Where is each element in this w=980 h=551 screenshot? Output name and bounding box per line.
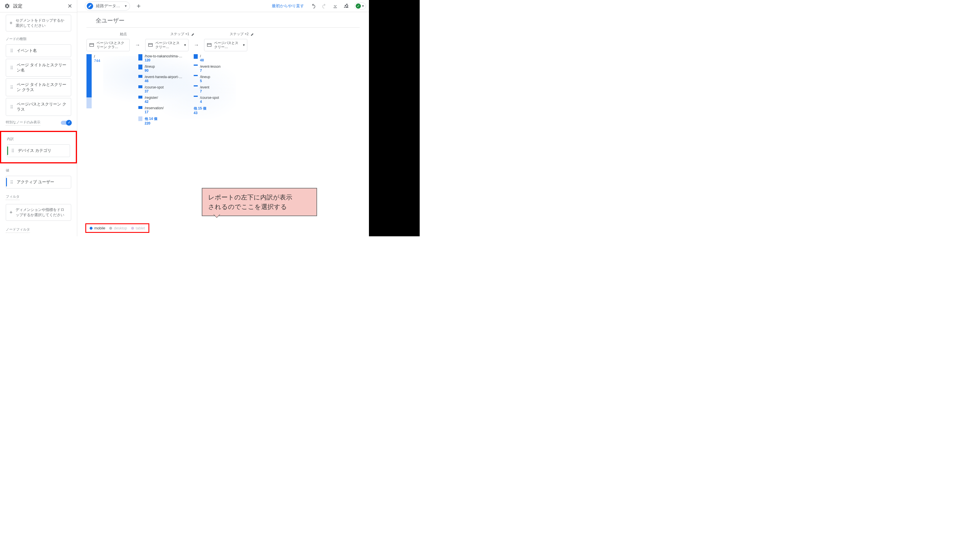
- check-icon: ✓: [356, 3, 361, 9]
- node-value: 4: [200, 100, 219, 104]
- node-select-step2[interactable]: ページパスとスクリー… ▾: [204, 39, 247, 51]
- pencil-icon[interactable]: [250, 32, 255, 36]
- sankey-node-other[interactable]: 他 15 個43: [194, 106, 243, 115]
- sankey-node[interactable]: /course-spot37: [138, 85, 187, 94]
- breakdown-chip-device-category[interactable]: ⠿ デバイス カテゴリ: [7, 144, 70, 157]
- filter-label: フィルタ: [6, 194, 20, 200]
- node-value: 5: [200, 79, 210, 83]
- node-type-label: ページ タイトルとスクリーン名: [17, 62, 67, 73]
- node-select-step1[interactable]: ページパスとスクリー… ▾: [145, 39, 189, 51]
- sankey-col-step2: /48/event-lesson7/lineup5/event7/course-…: [194, 54, 243, 115]
- node-value: 120: [145, 58, 183, 62]
- node-value: 90: [145, 68, 155, 73]
- step-header-2: ステップ +2: [217, 32, 267, 37]
- sankey-node[interactable]: /reservation/17: [138, 106, 187, 114]
- node-type-event-name[interactable]: ⠿ イベント名: [6, 44, 71, 57]
- node-select-start[interactable]: ページパスとスクリーン クラ…: [86, 39, 130, 51]
- drag-handle-icon: ⠿: [10, 49, 13, 53]
- node-value: 37: [145, 89, 164, 94]
- chevron-down-icon: ▾: [243, 43, 245, 47]
- share-button[interactable]: [342, 2, 351, 11]
- node-type-label: ページ タイトルとスクリーン クラス: [17, 82, 67, 92]
- sankey-node[interactable]: /course-spot4: [194, 96, 243, 104]
- legend-item-mobile[interactable]: mobile: [90, 226, 105, 230]
- node-value: 42: [145, 100, 158, 104]
- sankey-node[interactable]: /event-haneda-airport-…46: [138, 75, 187, 83]
- legend-item-tablet[interactable]: tablet: [131, 226, 145, 230]
- chevron-down-icon: ▾: [362, 4, 364, 8]
- sankey-node[interactable]: /register/42: [138, 96, 187, 104]
- web-icon: [148, 42, 153, 48]
- node-path: /register/: [145, 96, 158, 100]
- drag-handle-icon: ⠿: [10, 180, 13, 184]
- sankey-chart: / 744 /how-to-nakanoshima-…120/lineup90/…: [86, 54, 360, 125]
- breakdown-legend: mobiledesktoptablet: [85, 223, 149, 233]
- tab-path-exploration[interactable]: 経路データ探… ▾: [85, 2, 130, 11]
- value-chip-active-users[interactable]: ⠿ アクティブ ユーザー: [6, 176, 71, 189]
- status-indicator[interactable]: ✓ ▾: [354, 3, 366, 10]
- filter-drop-zone[interactable]: + ディメンションや指標をドロップするか選択してください: [6, 204, 71, 221]
- node-path: /lineup: [145, 65, 155, 68]
- right-black-region: [369, 0, 420, 236]
- sankey-col-step1: /how-to-nakanoshima-…120/lineup90/event-…: [138, 54, 187, 125]
- settings-title: 設定: [13, 3, 64, 9]
- segment-drop-zone[interactable]: + セグメントをドロップするか選択してください: [6, 15, 71, 32]
- node-value: 43: [194, 111, 206, 115]
- node-select-label: ページパスとスクリーン クラ…: [97, 41, 127, 49]
- sankey-node[interactable]: /lineup90: [138, 65, 187, 73]
- node-filter-empty-text: ノードフィルタが適用されていません。: [0, 235, 77, 236]
- legend-label: mobile: [94, 226, 105, 230]
- restart-link[interactable]: 最初からやり直す: [272, 3, 304, 9]
- close-icon[interactable]: ✕: [67, 3, 73, 9]
- drag-handle-icon: ⠿: [10, 105, 13, 109]
- node-path: /course-spot: [145, 85, 164, 89]
- redo-button[interactable]: [320, 2, 329, 11]
- undo-button[interactable]: [309, 2, 318, 11]
- node-types-label: ノードの種類: [0, 35, 77, 43]
- node-bar: [138, 106, 142, 109]
- node-path: /event: [200, 85, 210, 89]
- sankey-node[interactable]: /event7: [194, 85, 243, 94]
- node-value: 744: [94, 59, 100, 63]
- step-header-1: ステップ +1: [158, 32, 208, 37]
- node-filter-label: ノードフィルタ: [6, 227, 30, 233]
- node-path: /: [94, 54, 100, 59]
- sankey-node[interactable]: /how-to-nakanoshima-…120: [138, 54, 187, 62]
- node-bar: [138, 75, 142, 78]
- sankey-node-other[interactable]: 他 14 個220: [138, 116, 187, 125]
- sankey-node[interactable]: /event-lesson7: [194, 65, 243, 73]
- node-bar: [194, 75, 198, 76]
- tab-label: 経路データ探…: [96, 3, 122, 9]
- node-value: 7: [200, 89, 210, 94]
- node-bar: [138, 54, 142, 60]
- special-nodes-label: 特別なノードのみ表示: [6, 120, 40, 125]
- node-value: 48: [200, 58, 204, 62]
- value-label: 値: [0, 166, 77, 174]
- node-value: 46: [145, 79, 183, 83]
- pencil-icon[interactable]: [191, 32, 195, 36]
- node-other-label: 他 14 個: [145, 116, 158, 121]
- node-bar: [194, 96, 198, 97]
- legend-item-desktop[interactable]: desktop: [109, 226, 127, 230]
- value-chip-label: アクティブ ユーザー: [17, 179, 54, 185]
- callout-line2: されるのでここを選択する: [208, 203, 287, 210]
- drag-handle-icon: ⠿: [10, 85, 13, 90]
- segment-drop-text: セグメントをドロップするか選択してください: [16, 18, 67, 28]
- node-type-page-title-screen-class[interactable]: ⠿ ページ タイトルとスクリーン クラス: [6, 78, 71, 96]
- node-bar: [194, 85, 198, 86]
- legend-swatch: [131, 227, 134, 230]
- special-nodes-toggle[interactable]: ✓: [61, 121, 71, 125]
- node-value: 7: [200, 68, 221, 73]
- annotation-callout: レポートの左下に内訳が表示 されるのでここを選択する: [202, 188, 317, 216]
- node-type-page-title-screen-name[interactable]: ⠿ ページ タイトルとスクリーン名: [6, 59, 71, 77]
- add-tab-button[interactable]: +: [134, 1, 144, 11]
- sankey-node[interactable]: /lineup5: [194, 75, 243, 83]
- gear-icon: [4, 3, 10, 9]
- breakdown-label: 内訳: [1, 135, 76, 143]
- node-type-page-path-screen-class[interactable]: ⠿ ページパスとスクリーン クラス: [6, 98, 71, 116]
- sankey-node-start[interactable]: / 744: [86, 54, 100, 108]
- node-path: /reservation/: [145, 106, 164, 110]
- sankey-node[interactable]: /48: [194, 54, 243, 62]
- download-button[interactable]: [331, 2, 340, 11]
- path-viz: 始点 ステップ +1 ステップ +2 ページパスとスクリーン クラ… →: [77, 28, 369, 125]
